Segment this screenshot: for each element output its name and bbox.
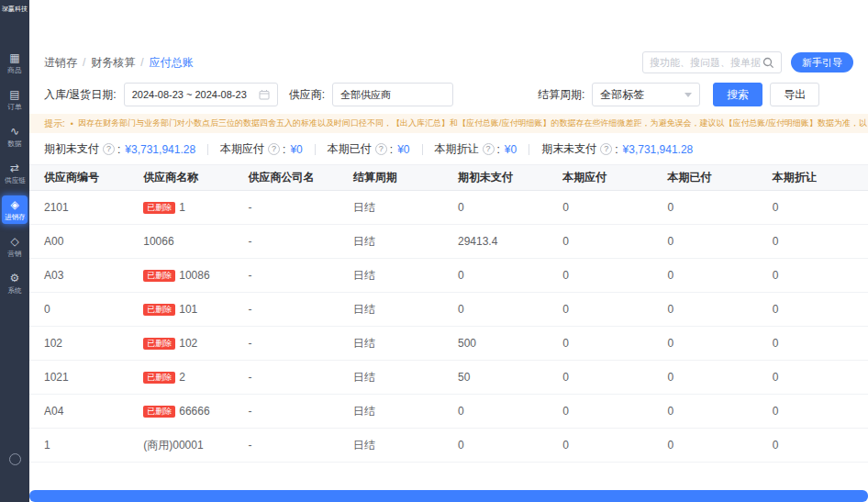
table-row[interactable]: 1(商用)00001-日结0000 [29,429,868,463]
cell-company-name: - [239,429,344,463]
deleted-badge: 已删除 [143,304,175,316]
date-range-input[interactable]: 2024-08-23 ~ 2024-08-23 [124,83,278,106]
cell-supplier-name: 已删除10086 [134,259,239,293]
main-content: 进销存/财务核算/应付总账 新手引导 入库/退货日期: 2024-08-23 ~… [29,0,868,502]
summary-label: 本期应付 [220,141,264,157]
summary-colon: : [497,143,500,156]
breadcrumb-item[interactable]: 财务核算 [91,55,135,71]
cell-amount: 0 [659,361,763,395]
cell-supplier-name: 已删除101 [134,293,239,327]
supplier-label: 供应商: [289,87,325,103]
summary-item: 本期折让?:¥0 [435,141,517,157]
cell-amount: 0 [763,225,868,259]
cell-supplier-code: 2101 [29,191,134,225]
sidebar-item-label: 订单 [7,103,21,110]
export-button[interactable]: 导出 [770,83,819,106]
search-input[interactable] [650,57,762,68]
table-row[interactable]: A03已删除10086-日结0000 [29,259,868,293]
settings-gear-icon: ⚙ [10,273,20,284]
cycle-label: 结算周期: [538,87,584,103]
cycle-select[interactable]: 全部标签 [592,83,700,106]
sidebar-item-供应链[interactable]: ⇄供应链 [2,159,28,187]
sidebar-item-数据[interactable]: ∿数据 [2,122,28,151]
cycle-value: 全部标签 [600,87,644,103]
app-window: 琛赢科技 ▦商品▤订单∿数据⇄供应链◈进销存◇营销⚙系统 进销存/财务核算/应付… [0,0,868,502]
cell-supplier-code: 1 [29,429,134,463]
cell-company-name: - [239,191,344,225]
date-range-value: 2024-08-23 ~ 2024-08-23 [132,89,247,100]
breadcrumb-item[interactable]: 应付总账 [150,55,194,71]
search-icon[interactable] [762,57,774,69]
cell-amount: 0 [449,191,553,225]
cell-supplier-code: 1021 [29,361,134,395]
info-icon[interactable]: ? [375,143,387,155]
deleted-badge: 已删除 [143,372,175,384]
cell-settlement-cycle: 日结 [344,361,449,395]
breadcrumb-item[interactable]: 进销存 [44,55,77,71]
cell-settlement-cycle: 日结 [344,191,449,225]
deleted-badge: 已删除 [143,406,175,418]
summary-item: 本期已付?:¥0 [328,141,410,157]
deleted-badge: 已删除 [143,202,175,214]
data-icon: ∿ [10,126,19,137]
sidebar-item-label: 数据 [7,139,21,147]
sidebar-item-营销[interactable]: ◇营销 [2,232,28,261]
cell-amount: 0 [659,429,763,463]
cell-amount: 0 [553,327,658,361]
table-row[interactable]: 2101已删除1-日结0000 [29,191,868,225]
cell-supplier-name: 已删除66666 [134,395,239,429]
cell-amount: 0 [449,429,553,463]
cell-supplier-code: 102 [29,327,134,361]
topbar: 进销存/财务核算/应付总账 新手引导 [29,50,868,75]
sidebar-item-进销存[interactable]: ◈进销存 [2,195,28,224]
table-row[interactable]: 1021已删除2-日结50000 [29,361,868,395]
summary-item: 期末未支付?:¥3,731,941.28 [541,141,693,157]
cell-supplier-name: 已删除1 [134,191,239,225]
orders-icon: ▤ [9,89,19,100]
calendar-icon [259,89,270,100]
sidebar-item-label: 营销 [7,250,21,257]
cell-amount: 0 [553,191,658,225]
summary-label: 期初未支付 [44,141,99,157]
info-icon[interactable]: ? [268,143,280,155]
cell-amount: 0 [659,327,763,361]
info-icon[interactable]: ? [103,143,115,155]
guide-button[interactable]: 新手引导 [791,52,853,73]
cell-supplier-code: A00 [29,225,134,259]
summary-label: 本期折让 [435,141,479,157]
help-ring-icon [9,453,21,465]
cell-amount: 29413.4 [449,225,553,259]
info-icon[interactable]: ? [600,143,612,155]
chevron-down-icon [684,93,692,97]
supplier-input[interactable]: 全部供应商 [332,83,453,106]
cell-amount: 0 [659,293,763,327]
cell-company-name: - [239,327,344,361]
column-header: 供应商公司名 [239,165,344,191]
horizontal-scrollbar[interactable] [29,490,868,502]
global-search-box[interactable] [642,51,782,73]
search-button[interactable]: 搜索 [713,83,762,106]
table-body: 2101已删除1-日结0000A0010066-日结29413.4000A03已… [29,191,868,463]
table-row[interactable]: A04已删除66666-日结0000 [29,395,868,429]
brand-logo: 琛赢科技 [0,0,29,14]
cell-amount: 0 [763,191,868,225]
summary-bar: 期初未支付?:¥3,731,941.28本期应付?:¥0本期已付?:¥0本期折让… [29,133,868,164]
sidebar-item-商品[interactable]: ▦商品 [2,49,28,77]
summary-value: ¥0 [290,143,302,156]
goods-icon: ▦ [9,52,19,63]
table-row[interactable]: 0已删除101-日结0000 [29,293,868,327]
table-row[interactable]: 102已删除102-日结500000 [29,327,868,361]
cell-amount: 0 [763,429,868,463]
breadcrumb-separator: / [140,56,143,69]
summary-divider [422,144,423,155]
cell-settlement-cycle: 日结 [344,395,449,429]
summary-value: ¥3,731,941.28 [125,143,195,156]
sidebar-item-系统[interactable]: ⚙系统 [2,269,28,297]
cell-supplier-name: 10066 [134,225,239,259]
help-icon[interactable] [0,453,29,465]
sidebar-item-订单[interactable]: ▤订单 [2,85,28,114]
table-row[interactable]: A0010066-日结29413.4000 [29,225,868,259]
summary-item: 期初未支付?:¥3,731,941.28 [44,141,195,157]
info-icon[interactable]: ? [483,143,495,155]
cell-company-name: - [239,293,344,327]
